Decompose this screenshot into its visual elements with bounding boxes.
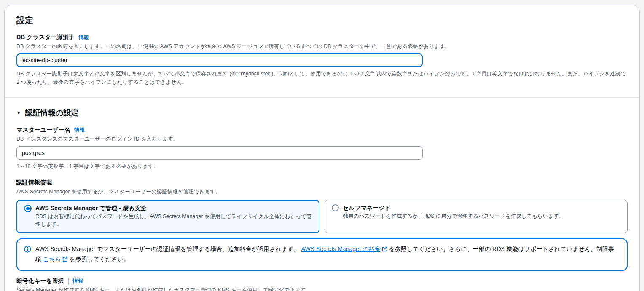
master-username-info-link[interactable]: 情報 <box>75 126 85 133</box>
encryption-key-label-row: 暗号化キーを選択 情報 <box>16 278 628 285</box>
master-username-description: DB インスタンスのマスターユーザーのログイン ID を入力します。 <box>16 135 628 143</box>
chevron-down-icon: ▼ <box>16 110 21 115</box>
encryption-key-info-link[interactable]: 情報 <box>73 278 83 285</box>
db-cluster-identifier-input[interactable] <box>16 53 423 67</box>
external-link-icon <box>382 245 387 254</box>
db-cluster-identifier-label-row: DB クラスター識別子 情報 <box>16 34 628 41</box>
tile-self-managed-description: 独自のパスワードを作成するか、RDS に自分で管理するパスワードを作成してもらい… <box>343 212 620 220</box>
tile-self-managed[interactable]: セルフマネージド 独自のパスワードを作成するか、RDS に自分で管理するパスワー… <box>325 200 628 234</box>
tile-secrets-manager-title: AWS Secrets Manager で管理 - 最も安全 <box>35 205 146 212</box>
alert-text: AWS Secrets Manager でマスターユーザーの認証情報を管理する場… <box>35 244 620 265</box>
tile-secrets-manager-description: RDS はお客様に代わってパスワードを生成し、AWS Secrets Manag… <box>35 213 312 229</box>
external-link-icon <box>62 255 68 264</box>
radio-selected-icon[interactable] <box>24 205 32 212</box>
credentials-section: ▼ 認証情報の設定 マスターユーザー名 情報 DB インスタンスのマスターユーザ… <box>5 98 639 291</box>
alert-text-1: AWS Secrets Manager でマスターユーザーの認証情報を管理する場… <box>35 246 301 252</box>
credentials-management-label: 認証情報管理 <box>16 179 628 187</box>
master-username-label: マスターユーザー名 <box>16 126 70 134</box>
db-cluster-identifier-description: DB クラスターの名前を入力します。この名前は、ご使用の AWS アカウントが現… <box>16 43 628 50</box>
master-username-input[interactable] <box>16 146 423 160</box>
tile-secrets-manager[interactable]: AWS Secrets Manager で管理 - 最も安全 RDS はお客様に… <box>16 200 319 234</box>
secrets-manager-info-alert: AWS Secrets Manager でマスターユーザーの認証情報を管理する場… <box>16 238 628 271</box>
credentials-section-header[interactable]: ▼ 認証情報の設定 <box>16 108 628 118</box>
db-cluster-identifier-constraint: DB クラスター識別子は大文字と小文字を区別しませんが、すべて小文字で保存されま… <box>16 70 628 86</box>
secrets-manager-pricing-link[interactable]: AWS Secrets Manager の料金 <box>301 246 387 252</box>
info-icon <box>24 244 31 265</box>
tile-self-managed-title: セルフマネージド <box>343 204 391 212</box>
settings-card: 設定 DB クラスター識別子 情報 DB クラスターの名前を入力します。この名前… <box>4 5 640 291</box>
master-username-constraint: 1～16 文字の英数字。1 字目は文字である必要があります。 <box>16 163 628 171</box>
credentials-management-tiles: AWS Secrets Manager で管理 - 最も安全 RDS はお客様に… <box>16 200 628 234</box>
encryption-key-description: Secrets Manager が作成する KMS キー、またはお客様が作成した… <box>16 286 628 291</box>
db-cluster-identifier-info-link[interactable]: 情報 <box>78 34 89 41</box>
alert-text-3: を参照してください。 <box>68 256 129 262</box>
label-divider <box>68 278 69 284</box>
credentials-management-description: AWS Secrets Manager を使用するか、マスターユーザーの認証情報… <box>16 188 628 195</box>
radio-unselected-icon[interactable] <box>332 204 339 211</box>
page-title: 設定 <box>16 15 628 26</box>
credentials-section-title: 認証情報の設定 <box>25 108 78 118</box>
limitations-link[interactable]: こちら <box>43 256 68 262</box>
master-username-label-row: マスターユーザー名 情報 <box>16 126 628 134</box>
db-cluster-identifier-label: DB クラスター識別子 <box>16 34 74 41</box>
encryption-key-label: 暗号化キーを選択 <box>16 278 64 285</box>
settings-section: 設定 DB クラスター識別子 情報 DB クラスターの名前を入力します。この名前… <box>5 5 639 97</box>
